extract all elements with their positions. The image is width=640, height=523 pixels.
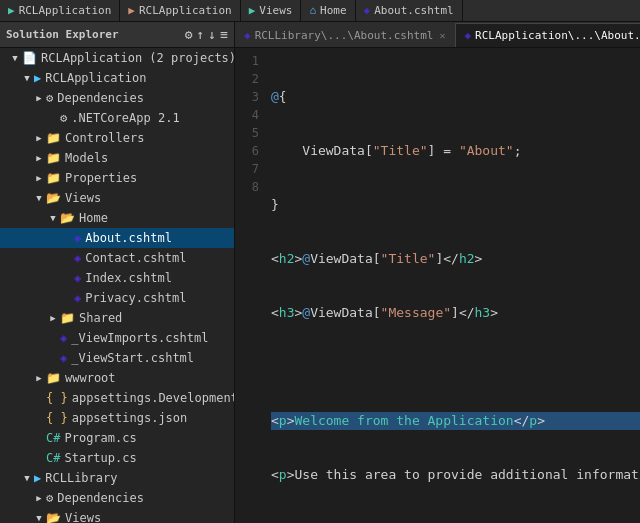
code-line-3: } [271, 196, 640, 214]
code-line-8: <p>Use this area to provide additional i… [271, 466, 640, 484]
title-tab-label-2: RCLApplication [139, 4, 232, 17]
editor-tab-rclapp[interactable]: ◈ RCLApplication\...\About.cshtml ✕ [455, 23, 640, 47]
razor-privacy-icon: ◈ [74, 291, 81, 305]
tree-item-controllers[interactable]: ▶ 📁 Controllers [0, 128, 234, 148]
tree-item-netcore[interactable]: ⚙ .NETCoreApp 2.1 [0, 108, 234, 128]
arrow-proj1: ▼ [20, 73, 34, 83]
tree-label-wwwroot: wwwroot [65, 371, 116, 385]
folder-properties-icon: 📁 [46, 171, 61, 185]
tree-label-proj2: RCLLibrary [45, 471, 117, 485]
sort-down-icon[interactable]: ↓ [208, 27, 216, 42]
sidebar-header: Solution Explorer ⚙ ↑ ↓ ≡ [0, 22, 234, 48]
arrow-properties: ▶ [32, 173, 46, 183]
editor-content[interactable]: 1 2 3 4 5 6 7 8 @{ ViewData["Title"] = "… [235, 48, 640, 523]
tree-item-appsettings-dev[interactable]: { } appsettings.Development.json [0, 388, 234, 408]
tree-label-controllers: Controllers [65, 131, 144, 145]
tree-item-views2[interactable]: ▼ 📂 Views [0, 508, 234, 523]
razor-about-icon: ◈ [74, 231, 81, 245]
arrow-proj2: ▼ [20, 473, 34, 483]
sidebar: Solution Explorer ⚙ ↑ ↓ ≡ ▼ 📄 RCLApplica… [0, 22, 235, 523]
tree-label-contact: Contact.cshtml [85, 251, 186, 265]
tree-label-dep2: Dependencies [57, 491, 144, 505]
tree-item-appsettings[interactable]: { } appsettings.json [0, 408, 234, 428]
project-icon-1: ▶ [8, 4, 15, 17]
tree-item-views[interactable]: ▼ 📂 Views [0, 188, 234, 208]
tree-label-dep1: Dependencies [57, 91, 144, 105]
arrow-shared: ▶ [46, 313, 60, 323]
tree-label-home: Home [79, 211, 108, 225]
dep1-icon: ⚙ [46, 91, 53, 105]
code-editor[interactable]: @{ ViewData["Title"] = "About"; } <h2>@V… [267, 52, 640, 519]
title-tab-label-1: RCLApplication [19, 4, 112, 17]
tree-item-properties[interactable]: ▶ 📁 Properties [0, 168, 234, 188]
tree-item-about[interactable]: ◈ About.cshtml [0, 228, 234, 248]
arrow-solution: ▼ [8, 53, 22, 63]
code-line-2: ViewData["Title"] = "About"; [271, 142, 640, 160]
menu-icon[interactable]: ≡ [220, 27, 228, 42]
tree-label-index: Index.cshtml [85, 271, 172, 285]
editor-tabs: ◈ RCLLibrary\...\About.cshtml ✕ ◈ RCLApp… [235, 22, 640, 48]
title-bar: ▶ RCLApplication ▶ RCLApplication ▶ View… [0, 0, 640, 22]
title-tab-label-4: Home [320, 4, 347, 17]
arrow-wwwroot: ▶ [32, 373, 46, 383]
folder-models-icon: 📁 [46, 151, 61, 165]
title-tab-home[interactable]: ⌂ Home [301, 0, 355, 22]
netcore-icon: ⚙ [60, 111, 67, 125]
cs-startup-icon: C# [46, 451, 60, 465]
close-tab-1[interactable]: ✕ [439, 30, 445, 41]
tree-item-viewimports[interactable]: ◈ _ViewImports.cshtml [0, 328, 234, 348]
tree-label-views: Views [65, 191, 101, 205]
title-tab-rclapplication1[interactable]: ▶ RCLApplication [0, 0, 120, 22]
tree-item-solution[interactable]: ▼ 📄 RCLApplication (2 projects) [0, 48, 234, 68]
tree-item-wwwroot[interactable]: ▶ 📁 wwwroot [0, 368, 234, 388]
tree-item-dep1[interactable]: ▶ ⚙ Dependencies [0, 88, 234, 108]
folder-shared-icon: 📁 [60, 311, 75, 325]
code-line-6 [271, 358, 640, 376]
tree-label-proj1: RCLApplication [45, 71, 146, 85]
arrow-dep2: ▶ [32, 493, 46, 503]
tree-label-appsettings: appsettings.json [72, 411, 188, 425]
arrow-models: ▶ [32, 153, 46, 163]
tree-item-program[interactable]: C# Program.cs [0, 428, 234, 448]
tree-item-proj1[interactable]: ▼ ▶ RCLApplication [0, 68, 234, 88]
tree-item-contact[interactable]: ◈ Contact.cshtml [0, 248, 234, 268]
tree-item-privacy[interactable]: ◈ Privacy.cshtml [0, 288, 234, 308]
project1-icon: ▶ [34, 71, 41, 85]
home-icon: ⌂ [309, 4, 316, 17]
tree-item-proj2[interactable]: ▼ ▶ RCLLibrary [0, 468, 234, 488]
solution-icon: 📄 [22, 51, 37, 65]
title-tab-views[interactable]: ▶ Views [241, 0, 302, 22]
main-area: Solution Explorer ⚙ ↑ ↓ ≡ ▼ 📄 RCLApplica… [0, 22, 640, 523]
tree-label-appsettings-dev: appsettings.Development.json [72, 391, 234, 405]
tree-item-shared[interactable]: ▶ 📁 Shared [0, 308, 234, 328]
project2-icon: ▶ [34, 471, 41, 485]
folder-controllers-icon: 📁 [46, 131, 61, 145]
editor-tab-rcllib[interactable]: ◈ RCLLibrary\...\About.cshtml ✕ [235, 23, 454, 47]
title-tab-label-3: Views [259, 4, 292, 17]
sort-up-icon[interactable]: ↑ [197, 27, 205, 42]
tree-item-home[interactable]: ▼ 📂 Home [0, 208, 234, 228]
folder-views2-icon: 📂 [46, 511, 61, 523]
tree-item-dep2[interactable]: ▶ ⚙ Dependencies [0, 488, 234, 508]
tree-item-startup[interactable]: C# Startup.cs [0, 448, 234, 468]
tree-item-index[interactable]: ◈ Index.cshtml [0, 268, 234, 288]
gear-icon[interactable]: ⚙ [185, 27, 193, 42]
editor-tab-label-2: RCLApplication\...\About.cshtml [475, 29, 640, 42]
line-numbers: 1 2 3 4 5 6 7 8 [235, 52, 267, 519]
tree-label-properties: Properties [65, 171, 137, 185]
json-icon: { } [46, 411, 68, 425]
tree-label-viewstart: _ViewStart.cshtml [71, 351, 194, 365]
tree-item-models[interactable]: ▶ 📁 Models [0, 148, 234, 168]
dep2-icon: ⚙ [46, 491, 53, 505]
arrow-home: ▼ [46, 213, 60, 223]
tree-label-netcore: .NETCoreApp 2.1 [71, 111, 179, 125]
tree-item-viewstart[interactable]: ◈ _ViewStart.cshtml [0, 348, 234, 368]
title-tab-about[interactable]: ◈ About.cshtml [356, 0, 463, 22]
code-line-4: <h2>@ViewData["Title"]</h2> [271, 250, 640, 268]
code-line-5: <h3>@ViewData["Message"]</h3> [271, 304, 640, 322]
arrow-dep1: ▶ [32, 93, 46, 103]
folder-home-icon: 📂 [60, 211, 75, 225]
editor-area: ◈ RCLLibrary\...\About.cshtml ✕ ◈ RCLApp… [235, 22, 640, 523]
tree-label-solution: RCLApplication (2 projects) [41, 51, 234, 65]
title-tab-rclapplication2[interactable]: ▶ RCLApplication [120, 0, 240, 22]
